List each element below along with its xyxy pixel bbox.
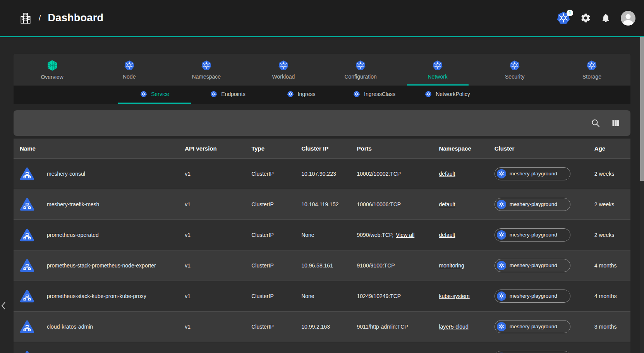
kubernetes-context-button[interactable]: 1	[556, 11, 570, 25]
tab-configuration[interactable]: Configuration	[322, 54, 399, 86]
tab-node[interactable]: Node	[91, 54, 168, 86]
service-resource-icon	[20, 259, 34, 272]
column-header-cluster[interactable]: Cluster	[490, 139, 590, 158]
kubernetes-icon	[140, 91, 147, 98]
table-row[interactable]: meshery meshery-playground	[14, 342, 630, 353]
breadcrumb: / Dashboard	[19, 12, 103, 24]
view-all-ports-link[interactable]: View all	[396, 232, 414, 238]
service-name: prometheus-stack-prometheus-node-exporte…	[47, 262, 156, 269]
kubernetes-icon	[432, 60, 443, 71]
search-icon[interactable]	[591, 118, 600, 128]
cluster-chip[interactable]: meshery-playground	[495, 259, 570, 272]
subtab-endpoints[interactable]: Endpoints	[191, 86, 264, 104]
tab-namespace[interactable]: Namespace	[168, 54, 245, 86]
tab-storage[interactable]: Storage	[553, 54, 630, 86]
column-header-type[interactable]: Type	[247, 139, 297, 158]
settings-gear-icon[interactable]	[580, 13, 591, 23]
column-header-ports[interactable]: Ports	[352, 139, 434, 158]
resource-category-tabs: Overview Node Namespace Workload	[14, 54, 630, 86]
namespace-link[interactable]: default	[439, 201, 455, 207]
service-resource-icon	[20, 228, 34, 242]
kubernetes-icon	[287, 91, 294, 98]
ports-cell: 10002/10002:TCP	[352, 158, 434, 189]
cluster-ip-cell: 10.107.90.223	[297, 158, 352, 189]
ports-cell: 10249/10249:TCP	[352, 281, 434, 311]
age-cell: 2 weeks	[590, 219, 630, 250]
accent-divider	[0, 36, 644, 37]
cluster-ip-cell: 10.104.119.152	[297, 189, 352, 219]
subtab-service[interactable]: Service	[118, 86, 191, 104]
context-count-badge: 1	[567, 10, 573, 16]
subtab-ingressclass[interactable]: IngressClass	[338, 86, 411, 104]
scrollbar-thumb[interactable]	[640, 37, 644, 181]
dashboard-main: Overview Node Namespace Workload	[14, 54, 630, 353]
api-version-cell: v1	[180, 250, 247, 281]
table-row[interactable]: meshery-traefik-mesh v1 ClusterIP 10.104…	[14, 189, 630, 219]
service-resource-icon	[20, 351, 34, 353]
column-header-api-version[interactable]: API version	[180, 139, 247, 158]
cluster-chip[interactable]: meshery-playground	[495, 351, 570, 353]
kubernetes-icon	[124, 60, 135, 71]
type-cell: ClusterIP	[247, 219, 297, 250]
meshery-mesh-icon	[46, 60, 58, 71]
column-header-name[interactable]: Name	[14, 139, 180, 158]
table-row[interactable]: prometheus-stack-prometheus-node-exporte…	[14, 250, 630, 281]
namespace-link[interactable]: default	[439, 171, 455, 177]
notifications-bell-icon[interactable]	[601, 13, 611, 23]
cluster-ip-cell: 10.99.2.163	[297, 311, 352, 342]
tab-security[interactable]: Security	[476, 54, 553, 86]
service-resource-icon	[20, 320, 34, 333]
cluster-chip[interactable]: meshery-playground	[495, 167, 570, 180]
cluster-chip[interactable]: meshery-playground	[495, 228, 570, 242]
tab-overview[interactable]: Overview	[14, 54, 91, 86]
organization-building-icon[interactable]	[19, 12, 32, 24]
ports-cell	[352, 342, 434, 353]
cluster-chip[interactable]: meshery-playground	[495, 320, 570, 333]
type-cell	[247, 342, 297, 353]
cluster-ip-cell: 10.96.58.161	[297, 250, 352, 281]
tab-workload[interactable]: Workload	[245, 54, 322, 86]
service-name: meshery-consul	[47, 171, 85, 177]
service-resource-icon	[20, 290, 34, 303]
tab-network[interactable]: Network	[399, 54, 476, 86]
namespace-link[interactable]: default	[439, 232, 455, 238]
user-avatar[interactable]	[621, 11, 635, 26]
table-row[interactable]: cloud-kratos-admin v1 ClusterIP 10.99.2.…	[14, 311, 630, 342]
view-columns-icon[interactable]	[611, 118, 620, 128]
type-cell: ClusterIP	[247, 281, 297, 311]
table-row[interactable]: prometheus-stack-kube-prom-kube-proxy v1…	[14, 281, 630, 311]
api-version-cell: v1	[180, 158, 247, 189]
service-name: prometheus-operated	[47, 232, 99, 238]
cluster-ip-cell: None	[297, 281, 352, 311]
cluster-chip[interactable]: meshery-playground	[495, 290, 570, 303]
namespace-link[interactable]: kube-system	[439, 293, 469, 299]
kubernetes-icon	[497, 200, 506, 209]
age-cell: 2 weeks	[590, 158, 630, 189]
column-header-cluster-ip[interactable]: Cluster IP	[297, 139, 352, 158]
age-cell: 4 months	[590, 250, 630, 281]
column-header-namespace[interactable]: Namespace	[434, 139, 489, 158]
subtab-networkpolicy[interactable]: NetworkPolicy	[411, 86, 484, 104]
services-table: Name API version Type Cluster IP Ports N…	[14, 139, 630, 353]
namespace-link[interactable]: monitoring	[439, 262, 464, 269]
kubernetes-icon	[278, 60, 289, 71]
table-row[interactable]: prometheus-operated v1 ClusterIP None 90…	[14, 219, 630, 250]
kubernetes-icon	[586, 60, 597, 71]
drawer-collapse-button[interactable]	[1, 301, 8, 310]
service-resource-icon	[20, 198, 34, 211]
kubernetes-icon	[355, 60, 366, 71]
ports-cell: 9100/9100:TCP	[352, 250, 434, 281]
type-cell: ClusterIP	[247, 311, 297, 342]
scrollbar	[640, 37, 644, 353]
page-title: Dashboard	[48, 12, 104, 24]
kubernetes-icon	[497, 291, 506, 301]
kubernetes-icon	[425, 91, 432, 98]
column-header-age[interactable]: Age	[590, 139, 630, 158]
table-row[interactable]: meshery-consul v1 ClusterIP 10.107.90.22…	[14, 158, 630, 189]
subtab-ingress[interactable]: Ingress	[264, 86, 338, 104]
cluster-chip[interactable]: meshery-playground	[495, 198, 570, 211]
cluster-ip-cell	[297, 342, 352, 353]
api-version-cell: v1	[180, 219, 247, 250]
namespace-link[interactable]: layer5-cloud	[439, 324, 468, 330]
kubernetes-icon	[497, 169, 506, 178]
